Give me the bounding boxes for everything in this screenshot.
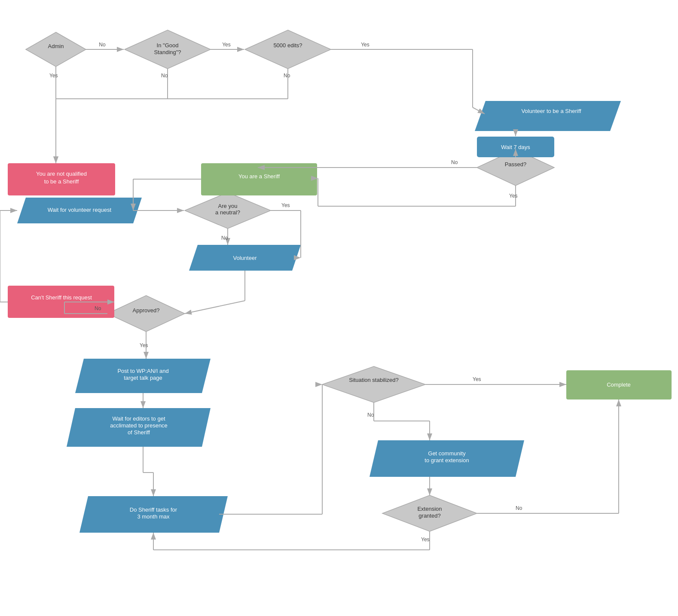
good-standing-label2: Standing"? [154,49,181,55]
cant-sheriff-text: Can't Sheriff this request [31,294,92,301]
edge-yes-situation: Yes [473,376,481,382]
edge-no-passed: No [451,159,458,165]
volunteer-to-approved2 [185,301,245,314]
situation-label: Situation stabilized? [349,377,399,383]
post-wp-text2: target talk page [124,375,162,381]
edge-yes-admin: Yes [49,73,58,79]
wait-volunteer-text: Wait for volunteer request [48,207,112,213]
do-sheriff-text2: 3 month max [137,513,170,520]
neutral-label: Are you [218,203,238,209]
extension-label2: granted? [418,512,440,519]
edge-no-edits: No [284,73,290,79]
volunteer-sheriff-text: Volunteer to be a Sheriff [521,108,581,114]
situation-diamond [322,366,425,403]
volunteer-text: Volunteer [233,255,257,261]
passed-label: Passed? [505,161,527,168]
wait-editors-text3: of Sheriff [128,429,150,436]
you-are-sheriff-text: You are a Sheriff [238,173,280,180]
edge-yes-1: Yes [222,42,231,48]
good-standing-label: In "Good [157,42,179,49]
edits-diamond [245,30,331,69]
not-qualified-text2: to be a Sheriff [44,178,79,185]
edge-no-goodstanding: No [161,73,168,79]
get-community-text2: to grant extension [425,457,469,464]
edge-yes-extension: Yes [421,537,430,543]
edge-yes-passed: Yes [509,193,518,199]
extension-label: Extension [417,506,442,512]
post-wp-text: Post to WP:AN/I and [117,368,168,374]
edge-no-neutral: No [221,235,228,241]
admin-diamond [26,32,86,67]
approved-diamond [107,296,185,332]
wait-editors-text2: acclimated to presence [110,422,168,429]
edge-no-1: No [99,42,106,48]
edge-no-situation: No [367,412,374,418]
edge-yes-approved: Yes [140,342,148,348]
not-qualified-text: You are not qualified [36,171,87,177]
approved-label: Approved? [133,307,160,314]
edge-yes-neutral: Yes [281,202,290,208]
admin-label: Admin [48,43,64,49]
edits-label: 5000 edits? [273,42,302,49]
edge-yes-2: Yes [361,42,370,48]
get-community-text: Get community [428,450,466,457]
edge-no-approved: No [95,305,101,311]
neutral-label2: a neutral? [215,209,240,216]
flowchart: Admin In "Good Standing"? 5000 edits? Pa… [0,0,678,616]
wait-editors-text: Wait for editors to get [112,415,165,422]
edge-no-extension: No [516,505,522,511]
volunteer-sheriff-shape [475,101,621,131]
do-sheriff-text: Do Sheriff tasks for [130,506,177,513]
complete-text: Complete [607,381,631,388]
